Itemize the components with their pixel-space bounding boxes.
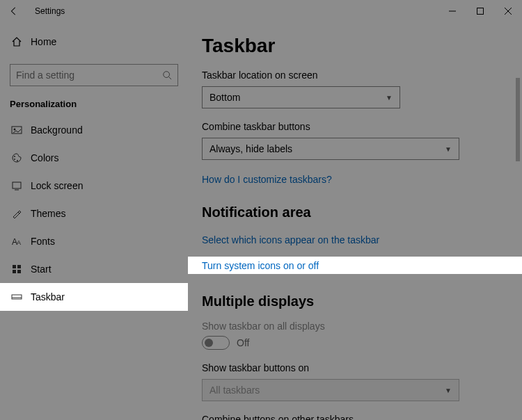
chevron-down-icon: ▼ bbox=[445, 145, 452, 153]
close-button[interactable] bbox=[494, 0, 522, 22]
svg-point-7 bbox=[14, 129, 16, 131]
show-all-toggle[interactable] bbox=[202, 336, 230, 350]
fonts-icon: AA bbox=[10, 236, 24, 247]
svg-line-5 bbox=[169, 77, 172, 80]
home-nav[interactable]: Home bbox=[0, 28, 188, 56]
svg-rect-17 bbox=[13, 270, 16, 273]
start-icon bbox=[10, 264, 24, 275]
sidebar-item-background[interactable]: Background bbox=[0, 116, 188, 144]
palette-icon bbox=[10, 152, 24, 163]
dropdown-value: All taskbars bbox=[209, 385, 260, 396]
sidebar-item-colors[interactable]: Colors bbox=[0, 144, 188, 172]
taskbar-icon bbox=[10, 291, 24, 302]
nav-label: Themes bbox=[31, 208, 66, 219]
search-field[interactable] bbox=[16, 70, 162, 81]
nav-label: Fonts bbox=[31, 236, 55, 247]
svg-point-8 bbox=[14, 156, 15, 157]
category-header: Personalization bbox=[0, 86, 188, 116]
main-content: Taskbar Taskbar location on screen Botto… bbox=[188, 22, 522, 420]
svg-rect-11 bbox=[13, 182, 21, 188]
scroll-thumb[interactable] bbox=[516, 78, 520, 161]
combine-dropdown[interactable]: Always, hide labels ▼ bbox=[202, 138, 459, 160]
back-button[interactable] bbox=[0, 0, 28, 22]
minimize-button[interactable] bbox=[438, 0, 466, 22]
dropdown-value: Always, hide labels bbox=[209, 143, 292, 154]
notification-header: Notification area bbox=[202, 204, 508, 220]
page-title: Taskbar bbox=[202, 35, 508, 57]
multiple-displays-header: Multiple displays bbox=[202, 293, 508, 309]
show-buttons-label: Show taskbar buttons on bbox=[202, 362, 508, 373]
scrollbar[interactable] bbox=[514, 57, 522, 420]
window-title: Settings bbox=[35, 6, 65, 16]
sidebar-item-fonts[interactable]: AA Fonts bbox=[0, 227, 188, 255]
lockscreen-icon bbox=[10, 180, 24, 191]
svg-point-10 bbox=[17, 160, 18, 161]
svg-text:A: A bbox=[17, 239, 21, 246]
sidebar-item-start[interactable]: Start bbox=[0, 255, 188, 283]
nav-label: Taskbar bbox=[31, 291, 65, 302]
toggle-state: Off bbox=[237, 337, 249, 348]
search-icon bbox=[162, 70, 172, 80]
chevron-down-icon: ▼ bbox=[445, 387, 452, 394]
themes-icon bbox=[10, 208, 24, 219]
sidebar-item-themes[interactable]: Themes bbox=[0, 200, 188, 227]
combine-label: Combine taskbar buttons bbox=[202, 121, 508, 132]
sidebar-item-taskbar[interactable]: Taskbar bbox=[0, 283, 188, 311]
customize-link[interactable]: How do I customize taskbars? bbox=[202, 174, 508, 185]
svg-point-9 bbox=[14, 159, 15, 160]
svg-point-4 bbox=[164, 72, 170, 78]
search-input[interactable] bbox=[10, 64, 178, 86]
picture-icon bbox=[10, 124, 24, 136]
combine-other-label: Combine buttons on other taskbars bbox=[202, 414, 508, 420]
dropdown-value: Bottom bbox=[209, 92, 240, 103]
svg-rect-15 bbox=[13, 265, 16, 268]
location-dropdown[interactable]: Bottom ▼ bbox=[202, 86, 400, 108]
turn-system-icons-link[interactable]: Turn system icons on or off bbox=[188, 257, 522, 274]
maximize-button[interactable] bbox=[466, 0, 494, 22]
show-buttons-dropdown: All taskbars ▼ bbox=[202, 379, 459, 401]
location-label: Taskbar location on screen bbox=[202, 70, 508, 81]
sidebar: Home Personalization Background Colors L… bbox=[0, 22, 188, 420]
home-icon bbox=[10, 36, 24, 47]
nav-label: Start bbox=[31, 264, 52, 275]
svg-rect-19 bbox=[12, 295, 22, 299]
svg-rect-1 bbox=[477, 8, 484, 15]
sidebar-item-lockscreen[interactable]: Lock screen bbox=[0, 172, 188, 200]
svg-rect-18 bbox=[17, 270, 21, 273]
nav-label: Colors bbox=[31, 152, 58, 163]
show-all-label: Show taskbar on all displays bbox=[202, 321, 508, 332]
home-label: Home bbox=[31, 36, 56, 47]
select-icons-link[interactable]: Select which icons appear on the taskbar bbox=[202, 229, 508, 251]
nav-label: Lock screen bbox=[31, 180, 83, 191]
nav-label: Background bbox=[31, 124, 83, 136]
svg-rect-16 bbox=[17, 265, 21, 268]
toggle-knob bbox=[205, 339, 213, 347]
chevron-down-icon: ▼ bbox=[386, 94, 393, 102]
